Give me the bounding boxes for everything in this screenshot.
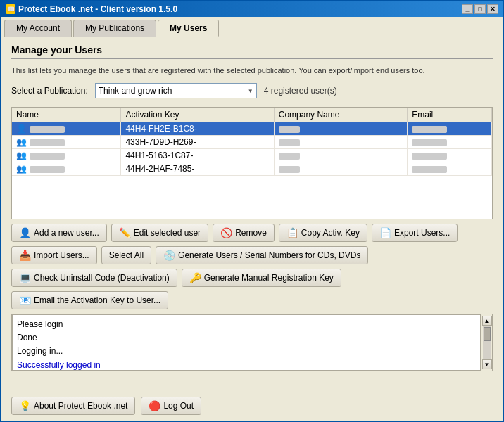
log-entry: Successfully logged in <box>17 359 476 371</box>
button-row-1: 👤 Add a new user... ✏️ Edit selected use… <box>11 224 493 242</box>
button-row-3: 💻 Check Uninstall Code (Deactivation) 🔑 … <box>11 269 493 309</box>
export-users-button[interactable]: 📄 Export Users... <box>372 224 458 242</box>
user-name-cell: 👥 <box>12 136 121 149</box>
user-icon: 👥 <box>16 137 27 147</box>
table-row[interactable]: 👥44H1-5163-1C87- <box>12 149 492 162</box>
title-controls: _ □ ✕ <box>462 4 498 14</box>
window-title: Protect Ebook .net - Client version 1.5.… <box>18 4 177 14</box>
about-label: About Protect Ebook .net <box>34 401 127 411</box>
check-uninstall-label: Check Uninstall Code (Deactivation) <box>34 273 170 283</box>
company-cell <box>274 122 407 136</box>
publication-selected-value: Think and grow rich <box>99 86 172 96</box>
remove-label: Remove <box>235 228 267 238</box>
col-key: Activation Key <box>121 108 274 122</box>
user-icon: 👥 <box>16 164 27 174</box>
user-icon: 👥 <box>16 151 27 160</box>
select-all-button[interactable]: Select All <box>101 246 151 264</box>
about-button[interactable]: 💡 About Protect Ebook .net <box>11 397 135 415</box>
remove-button[interactable]: 🚫 Remove <box>213 224 275 242</box>
check-uninstall-button[interactable]: 💻 Check Uninstall Code (Deactivation) <box>11 269 177 287</box>
log-entry: Logging in... <box>17 345 476 358</box>
import-label: Import Users... <box>34 250 89 260</box>
edit-user-icon: ✏️ <box>119 227 131 238</box>
log-entry: Done <box>17 331 476 345</box>
log-scrollbar[interactable]: ▲ ▼ <box>481 314 492 371</box>
publication-select[interactable]: Think and grow rich ▼ <box>95 83 257 98</box>
email-cell <box>408 162 492 176</box>
scroll-track <box>483 326 491 359</box>
activation-key-cell: 44H4-FH2E-B1C8- <box>121 122 274 136</box>
dropdown-arrow-icon: ▼ <box>248 88 253 94</box>
registered-count: 4 registered user(s) <box>264 86 337 96</box>
logout-label: Log Out <box>163 401 194 411</box>
pub-label: Select a Publication: <box>11 86 88 96</box>
tab-my-publications[interactable]: My Publications <box>73 20 156 37</box>
add-user-button[interactable]: 👤 Add a new user... <box>11 224 107 242</box>
generate-serial-button[interactable]: 💿 Generate Users / Serial Numbers for CD… <box>156 246 368 264</box>
users-table-container[interactable]: Name Activation Key Company Name Email 👤… <box>11 107 493 219</box>
tab-my-account[interactable]: My Account <box>4 20 72 37</box>
export-label: Export Users... <box>394 228 450 238</box>
copy-key-label: Copy Activ. Key <box>301 228 360 238</box>
email-cell <box>408 149 492 162</box>
export-icon: 📄 <box>379 227 391 238</box>
check-uninstall-icon: 💻 <box>19 272 31 283</box>
table-row[interactable]: 👥44H4-2HAF-7485- <box>12 162 492 176</box>
close-button[interactable]: ✕ <box>487 4 498 14</box>
logout-icon: 🔴 <box>149 400 160 411</box>
log-area: Please loginDoneLogging in...Successfull… <box>12 314 481 371</box>
publication-row: Select a Publication: Think and grow ric… <box>11 83 493 98</box>
company-cell <box>274 149 407 162</box>
email-key-icon: 📧 <box>19 295 31 306</box>
import-icon: 📥 <box>19 250 31 261</box>
scroll-down-button[interactable]: ▼ <box>482 359 492 369</box>
copy-key-icon: 📋 <box>286 227 298 238</box>
table-row[interactable]: 👥433H-7D9D-H269- <box>12 136 492 149</box>
page-description: This list lets you manage the users that… <box>11 66 493 75</box>
generate-serial-label: Generate Users / Serial Numbers for CDs,… <box>178 250 360 260</box>
maximize-button[interactable]: □ <box>474 4 486 14</box>
user-icon: 👤 <box>16 124 27 134</box>
edit-user-button[interactable]: ✏️ Edit selected user <box>111 224 208 242</box>
table-row[interactable]: 👤44H4-FH2E-B1C8- <box>12 122 492 136</box>
col-company: Company Name <box>274 108 407 122</box>
logout-button[interactable]: 🔴 Log Out <box>141 397 201 415</box>
scroll-thumb[interactable] <box>484 327 491 341</box>
activation-key-cell: 44H4-2HAF-7485- <box>121 162 274 176</box>
manual-reg-label: Generate Manual Registration Key <box>204 273 334 283</box>
about-icon: 💡 <box>19 400 31 411</box>
tab-my-users[interactable]: My Users <box>158 20 219 37</box>
tab-bar: My Account My Publications My Users <box>1 17 503 37</box>
button-row-2: 📥 Import Users... Select All 💿 Generate … <box>11 246 493 264</box>
minimize-button[interactable]: _ <box>462 4 473 14</box>
app-icon: 📖 <box>6 4 15 14</box>
remove-icon: 🚫 <box>220 227 232 238</box>
add-user-icon: 👤 <box>19 227 31 238</box>
company-cell <box>274 136 407 149</box>
log-row: Please loginDoneLogging in...Successfull… <box>11 314 493 371</box>
user-name-cell: 👥 <box>12 149 121 162</box>
log-entry: Please login <box>17 318 476 331</box>
edit-user-label: Edit selected user <box>134 228 201 238</box>
title-bar: 📖 Protect Ebook .net - Client version 1.… <box>1 1 503 17</box>
user-name-cell: 👤 <box>12 122 121 136</box>
bottom-bar: 💡 About Protect Ebook .net 🔴 Log Out <box>1 392 503 421</box>
users-table: Name Activation Key Company Name Email 👤… <box>12 108 492 176</box>
generate-serial-icon: 💿 <box>163 250 175 261</box>
import-users-button[interactable]: 📥 Import Users... <box>11 246 97 264</box>
user-name-cell: 👥 <box>12 162 121 176</box>
copy-key-button[interactable]: 📋 Copy Activ. Key <box>279 224 367 242</box>
email-key-button[interactable]: 📧 Email the Activation Key to User... <box>11 291 168 309</box>
email-cell <box>408 136 492 149</box>
manual-reg-icon: 🔑 <box>189 272 201 283</box>
main-content: Manage your Users This list lets you man… <box>1 37 503 392</box>
add-user-label: Add a new user... <box>34 228 99 238</box>
col-name: Name <box>12 108 121 122</box>
activation-key-cell: 433H-7D9D-H269- <box>121 136 274 149</box>
app-window: 📖 Protect Ebook .net - Client version 1.… <box>0 0 504 422</box>
manual-reg-button[interactable]: 🔑 Generate Manual Registration Key <box>182 269 341 287</box>
email-key-label: Email the Activation Key to User... <box>34 295 160 305</box>
scroll-up-button[interactable]: ▲ <box>482 316 492 326</box>
company-cell <box>274 162 407 176</box>
select-all-label: Select All <box>109 250 144 260</box>
